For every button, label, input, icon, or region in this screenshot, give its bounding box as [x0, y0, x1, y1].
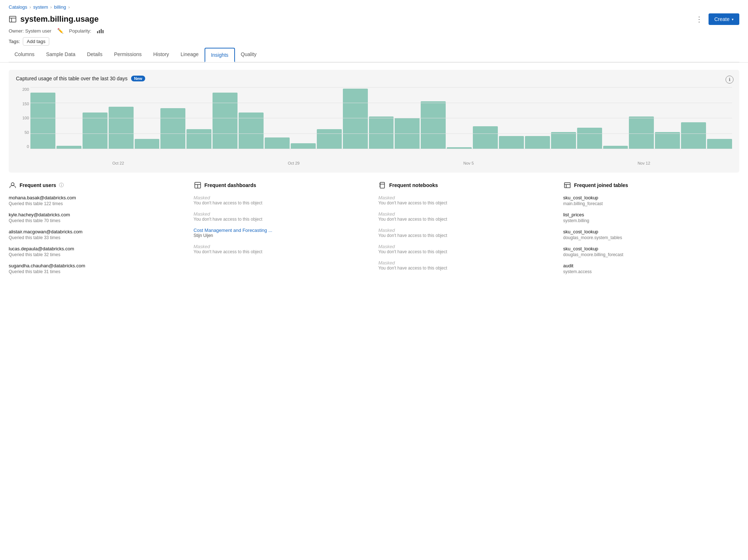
- frequent-notebooks-header: Frequent notebooks: [378, 181, 555, 189]
- notebook-2-no-access: You don't have access to this object: [378, 217, 555, 222]
- svg-rect-0: [9, 16, 16, 22]
- new-badge: New: [131, 76, 145, 81]
- user-5-name: sugandha.chauhan@databricks.com: [9, 263, 185, 268]
- tab-lineage[interactable]: Lineage: [175, 48, 205, 62]
- joined-1-name: sku_cost_lookup: [563, 195, 740, 200]
- user-2-sub: Queried this table 70 times: [9, 218, 185, 223]
- sections-row: Frequent users ⓘ mohana.basak@databricks…: [9, 181, 739, 280]
- notebook-5-masked: Masked: [378, 260, 555, 266]
- edit-icon[interactable]: ✏️: [57, 28, 63, 34]
- tags-row: Tags: Add tags: [9, 37, 739, 46]
- joined-4-sub: douglas_moore.billing_forecast: [563, 252, 740, 257]
- frequent-users-info[interactable]: ⓘ: [59, 182, 64, 188]
- x-label-nov12: Nov 12: [638, 161, 650, 165]
- x-label-oct29: Oct 29: [288, 161, 299, 165]
- notebook-2-masked: Masked: [378, 211, 555, 217]
- banner-title: Captured usage of this table over the la…: [16, 76, 127, 81]
- frequent-users-header: Frequent users ⓘ: [9, 181, 185, 189]
- owner-label: Owner: System user: [9, 28, 51, 34]
- info-button[interactable]: ℹ: [726, 76, 734, 84]
- tab-details[interactable]: Details: [81, 48, 108, 62]
- title-actions: ⋮ Create ▾: [693, 13, 739, 25]
- grid-line-150: [30, 103, 732, 103]
- dashboard-item-2: Masked You don't have access to this obj…: [194, 211, 370, 222]
- popularity-label: Popularity:: [69, 28, 91, 34]
- joined-3-sub: douglas_moore.system_tables: [563, 235, 740, 240]
- insights-banner: Captured usage of this table over the la…: [9, 70, 739, 173]
- joined-5-name: audit: [563, 263, 740, 268]
- breadcrumb-billing[interactable]: billing: [54, 4, 66, 10]
- user-3-name: alistair.macgowan@databricks.com: [9, 229, 185, 234]
- grid-lines: [30, 87, 732, 149]
- frequent-notebooks-title: Frequent notebooks: [389, 182, 438, 188]
- user-4-sub: Queried this table 32 times: [9, 252, 185, 257]
- grid-line-50: [30, 133, 732, 134]
- frequent-joined-tables-title: Frequent joined tables: [574, 182, 628, 188]
- breadcrumb-sep-1: ›: [29, 4, 31, 10]
- y-label-100: 100: [16, 116, 29, 120]
- joined-table-item-1: sku_cost_lookup main.billing_forecast: [563, 195, 740, 206]
- user-item-2: kyle.hachey@databricks.com Queried this …: [9, 212, 185, 223]
- user-icon: [9, 181, 17, 189]
- breadcrumb-system[interactable]: system: [33, 4, 48, 10]
- dashboard-1-masked: Masked: [194, 195, 370, 200]
- grid-line-0: [30, 149, 732, 149]
- x-axis: Oct 22 Oct 29 Nov 5 Nov 12: [16, 161, 732, 165]
- svg-rect-7: [380, 182, 384, 188]
- dashboard-3-name[interactable]: Cost Management and Forecasting ...: [194, 228, 370, 233]
- joined-1-sub: main.billing_forecast: [563, 201, 740, 206]
- notebook-item-4: Masked You don't have access to this obj…: [378, 244, 555, 254]
- joined-table-item-3: sku_cost_lookup douglas_moore.system_tab…: [563, 229, 740, 240]
- dashboard-icon: [194, 181, 202, 189]
- frequent-users-section: Frequent users ⓘ mohana.basak@databricks…: [9, 181, 185, 280]
- title-row: system.billing.usage ⋮ Create ▾: [9, 13, 739, 25]
- tab-sample-data[interactable]: Sample Data: [40, 48, 81, 62]
- tab-insights[interactable]: Insights: [205, 48, 235, 62]
- joined-2-sub: system.billing: [563, 218, 740, 223]
- joined-2-name: list_prices: [563, 212, 740, 217]
- frequent-notebooks-section: Frequent notebooks Masked You don't have…: [378, 181, 555, 280]
- notebook-5-no-access: You don't have access to this object: [378, 266, 555, 271]
- tags-label: Tags:: [9, 39, 20, 44]
- breadcrumb-catalogs[interactable]: Catalogs: [9, 4, 27, 10]
- y-axis: 200 150 100 50 0: [16, 87, 29, 149]
- tab-quality[interactable]: Quality: [235, 48, 262, 62]
- more-button[interactable]: ⋮: [693, 13, 706, 25]
- joined-4-name: sku_cost_lookup: [563, 246, 740, 251]
- tab-history[interactable]: History: [147, 48, 175, 62]
- notebook-item-2: Masked You don't have access to this obj…: [378, 211, 555, 222]
- dashboard-2-masked: Masked: [194, 211, 370, 217]
- dashboard-1-no-access: You don't have access to this object: [194, 200, 370, 205]
- user-4-name: lucas.depaula@databricks.com: [9, 246, 185, 251]
- dashboard-4-masked: Masked: [194, 244, 370, 249]
- user-item-3: alistair.macgowan@databricks.com Queried…: [9, 229, 185, 240]
- create-button[interactable]: Create ▾: [709, 13, 739, 25]
- joined-table-icon: [563, 181, 571, 189]
- dashboard-3-sub: Stijn Uijen: [194, 233, 370, 238]
- user-item-4: lucas.depaula@databricks.com Queried thi…: [9, 246, 185, 257]
- joined-table-item-2: list_prices system.billing: [563, 212, 740, 223]
- frequent-joined-tables-section: Frequent joined tables sku_cost_lookup m…: [563, 181, 740, 280]
- notebook-item-5: Masked You don't have access to this obj…: [378, 260, 555, 271]
- notebook-icon: [378, 181, 386, 189]
- user-5-sub: Queried this table 31 times: [9, 269, 185, 274]
- tab-columns[interactable]: Columns: [9, 48, 40, 62]
- title-left: system.billing.usage: [9, 14, 98, 24]
- add-tags-button[interactable]: Add tags: [23, 37, 49, 46]
- bar-4: [102, 30, 104, 33]
- x-label-oct22: Oct 22: [112, 161, 124, 165]
- frequent-dashboards-title: Frequent dashboards: [205, 182, 256, 188]
- user-item-5: sugandha.chauhan@databricks.com Queried …: [9, 263, 185, 274]
- notebook-item-1: Masked You don't have access to this obj…: [378, 195, 555, 205]
- bar-1: [97, 31, 98, 33]
- breadcrumb: Catalogs › system › billing ›: [9, 4, 739, 10]
- popularity-bars: [97, 28, 104, 33]
- notebook-3-masked: Masked: [378, 228, 555, 233]
- joined-table-item-5: audit system.access: [563, 263, 740, 274]
- joined-3-name: sku_cost_lookup: [563, 229, 740, 234]
- notebook-4-masked: Masked: [378, 244, 555, 249]
- user-3-sub: Queried this table 33 times: [9, 235, 185, 240]
- tab-permissions[interactable]: Permissions: [108, 48, 147, 62]
- notebook-3-no-access: You don't have access to this object: [378, 233, 555, 238]
- frequent-users-title: Frequent users: [20, 182, 56, 188]
